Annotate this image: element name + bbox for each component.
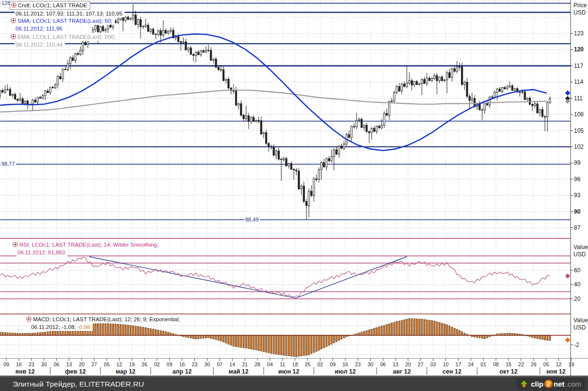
status-bar: Элитный Трейдер, ELITETRADER.RU clip 2 n… bbox=[0, 377, 588, 391]
price-tick-label: 93 bbox=[574, 192, 581, 199]
date-tick-label: 20 bbox=[405, 361, 411, 367]
date-tick-label: 01 bbox=[480, 361, 486, 367]
date-tick-label: 30 bbox=[367, 361, 373, 367]
date-tick-label: 02 bbox=[318, 361, 323, 367]
rsi-tick-label: 40 bbox=[574, 281, 581, 288]
legend-ema-values: 06.11.2012; 110,44 bbox=[15, 41, 65, 48]
price-tick-label: 87 bbox=[574, 224, 581, 231]
price-tick-label: 105 bbox=[574, 127, 584, 134]
date-tick-label: 17 bbox=[456, 361, 461, 367]
date-tick-label: 24 bbox=[468, 361, 474, 367]
clip2net-arrow-icon bbox=[520, 380, 528, 388]
indicator-icon bbox=[11, 34, 16, 39]
date-tick-label: 14 bbox=[229, 361, 235, 367]
clip2net-text-com: .com bbox=[565, 377, 581, 391]
macd-axis-title: USD bbox=[573, 324, 586, 331]
date-tick-label: 12 bbox=[556, 361, 562, 367]
date-tick-label: 20 bbox=[79, 361, 85, 367]
month-label: окт 12 bbox=[499, 368, 517, 375]
rsi-axis-title: USD bbox=[573, 251, 586, 258]
price-tick-label: 99 bbox=[574, 159, 581, 166]
price-tick-label: 123 bbox=[574, 30, 584, 37]
axis-marker-diamond bbox=[565, 337, 571, 343]
price-tick-label: 111 bbox=[574, 95, 583, 102]
date-tick-label: 09 bbox=[3, 361, 9, 367]
macd-tick-label: -2 bbox=[574, 342, 579, 348]
date-tick-label: 16 bbox=[342, 361, 348, 367]
legend-rsi-values: 06.11.2012; 51,883 bbox=[16, 249, 67, 256]
legend-ema-title: EMA; LCOc1; LAST TRADE(Last); 200; bbox=[17, 34, 115, 40]
level-label: 98,77 bbox=[0, 161, 16, 167]
month-label: июн 12 bbox=[278, 368, 299, 375]
date-tick-label: 06 bbox=[380, 361, 386, 367]
legend-macd-signal-value: -0,98 bbox=[78, 324, 90, 330]
level-label: 88,49 bbox=[244, 217, 260, 222]
date-tick-label: 12 bbox=[116, 361, 122, 367]
date-tick-label: 02 bbox=[154, 361, 160, 367]
date-tick-label: 23 bbox=[29, 361, 34, 367]
legend-sma-title: SMA; LCOc1; LAST TRADE(Last); 50; bbox=[17, 18, 112, 24]
date-tick-label: 30 bbox=[205, 361, 210, 367]
legend-sma[interactable]: SMA; LCOc1; LAST TRADE(Last); 50; 06.11.… bbox=[10, 17, 115, 32]
date-tick-label: 05 bbox=[543, 361, 549, 367]
clip2net-text-net: net bbox=[554, 377, 565, 391]
axis-marker-diamond bbox=[565, 99, 570, 104]
price-tick-label: 120 bbox=[574, 46, 584, 53]
date-tick-label: 05 bbox=[104, 361, 110, 367]
legend-ema[interactable]: EMA; LCOc1; LAST TRADE(Last); 200; 06.11… bbox=[10, 33, 118, 48]
status-title: Элитный Трейдер, ELITETRADER.RU bbox=[0, 380, 144, 388]
month-label: авг 12 bbox=[393, 368, 411, 375]
price-tick-label: 114 bbox=[574, 78, 583, 85]
macd-axis-title: Value bbox=[573, 317, 588, 324]
date-tick-label: 23 bbox=[192, 361, 198, 367]
price-tick-label: 117 bbox=[574, 63, 583, 69]
legend-macd-title: MACD; LCOc1; LAST TRADE(Last); 12; 26; 9… bbox=[33, 316, 180, 322]
month-label: фев 12 bbox=[65, 368, 86, 375]
date-tick-label: 21 bbox=[242, 361, 248, 367]
month-label: ноя 12 bbox=[546, 368, 566, 375]
rsi-tick-label: 20 bbox=[574, 296, 581, 302]
indicator-icon bbox=[11, 2, 16, 8]
clip2net-badge-2: 2 bbox=[544, 380, 553, 388]
month-label: янв 12 bbox=[16, 368, 35, 375]
date-tick-label: 11 bbox=[280, 361, 285, 367]
rsi-axis-title: Value bbox=[573, 244, 588, 250]
date-tick-label: 09 bbox=[330, 361, 336, 367]
axis-marker-diamond bbox=[565, 274, 570, 279]
date-tick-label: 03 bbox=[430, 361, 436, 367]
date-tick-label: 19 bbox=[569, 361, 574, 367]
date-tick-label: 28 bbox=[254, 361, 260, 367]
legend-macd-values: 06.11.2012; -1,08; -0,98 bbox=[30, 323, 93, 331]
date-tick-label: 16 bbox=[179, 361, 185, 367]
legend-rsi[interactable]: RSI; LCOc1; LAST TRADE(Last); 14; Wilder… bbox=[12, 241, 161, 256]
axis-marker-diamond bbox=[565, 91, 571, 96]
price-tick-label: 90 bbox=[574, 208, 581, 215]
price-axis-title: USD bbox=[573, 9, 586, 16]
month-label: сен 12 bbox=[443, 368, 461, 375]
date-tick-label: 30 bbox=[41, 361, 47, 367]
legend-macd[interactable]: MACD; LCOc1; LAST TRADE(Last); 12; 26; 9… bbox=[25, 315, 182, 331]
date-tick-label: 08 bbox=[493, 361, 499, 367]
legend-rsi-title: RSI; LCOc1; LAST TRADE(Last); 14; Wilder… bbox=[19, 242, 159, 248]
indicator-icon bbox=[11, 18, 16, 23]
date-tick-label: 06 bbox=[54, 361, 60, 367]
indicator-icon bbox=[26, 316, 32, 322]
date-tick-label: 27 bbox=[418, 361, 424, 367]
date-tick-label: 26 bbox=[142, 361, 147, 367]
price-axis-title: Price bbox=[573, 2, 587, 9]
legend-cndl-values: 06.11.2012; 107,93; 111,31; 107,13; 110,… bbox=[15, 10, 125, 17]
indicator-icon bbox=[13, 242, 18, 247]
legend-cndl[interactable]: Cndl; LCOc1; LAST TRADE 06.11.2012; 107,… bbox=[10, 1, 125, 17]
date-tick-label: 13 bbox=[393, 361, 398, 367]
clip2net-text-clip: clip bbox=[531, 377, 543, 391]
month-label: июл 12 bbox=[335, 368, 356, 375]
clip2net-watermark[interactable]: clip 2 net .com bbox=[516, 377, 585, 391]
date-tick-label: 22 bbox=[518, 361, 524, 367]
date-tick-label: 13 bbox=[66, 361, 72, 367]
date-tick-label: 25 bbox=[305, 361, 311, 367]
month-label: апр 12 bbox=[173, 368, 192, 375]
date-tick-label: 23 bbox=[355, 361, 361, 367]
trading-chart-screen: 1231201171141111081051029996939087604020… bbox=[0, 0, 588, 391]
legend-cndl-title: Cndl; LCOc1; LAST TRADE bbox=[18, 2, 87, 8]
legend-sma-values: 06.11.2012; 111,96 bbox=[15, 25, 65, 32]
